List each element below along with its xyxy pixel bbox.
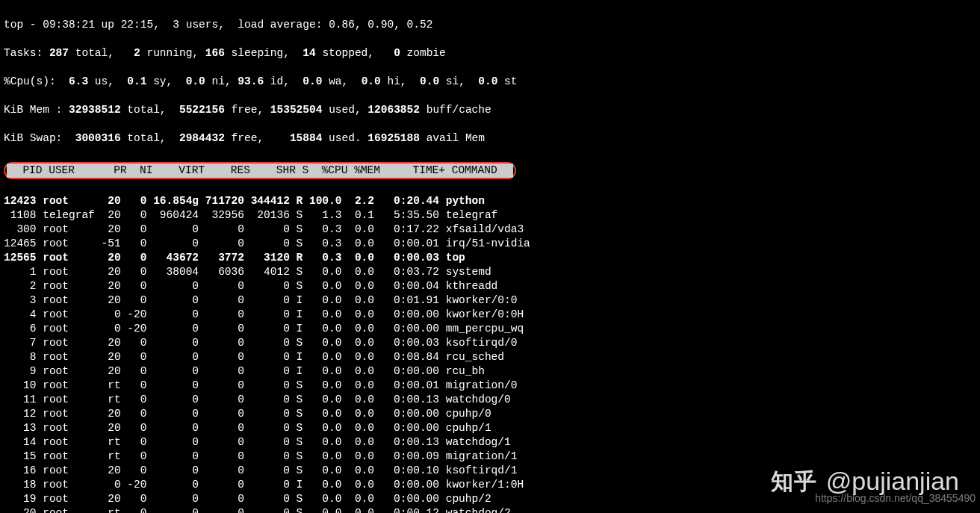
top-summary-mem: KiB Mem : 32938512 total, 5522156 free, … [4,103,976,117]
process-row: 20 root rt 0 0 0 0 S 0.0 0.0 0:00.12 wat… [4,506,976,513]
process-row: 12465 root -51 0 0 0 0 S 0.3 0.0 0:00.01… [4,237,976,251]
process-row: 3 root 20 0 0 0 0 I 0.0 0.0 0:01.91 kwor… [4,293,976,308]
csdn-watermark: https://blog.csdn.net/qq_38455490 [815,491,976,506]
process-row: 1108 telegraf 20 0 960424 32956 20136 S … [4,208,976,223]
process-row: 14 root rt 0 0 0 0 S 0.0 0.0 0:00.13 wat… [4,435,976,450]
process-row: 12423 root 20 0 16.854g 711720 344412 R … [4,194,976,208]
process-row: 8 root 20 0 0 0 0 I 0.0 0.0 0:08.84 rcu_… [4,350,976,364]
top-summary-tasks: Tasks: 287 total, 2 running, 166 sleepin… [4,46,976,60]
process-row: 15 root rt 0 0 0 0 S 0.0 0.0 0:00.09 mig… [4,450,976,464]
process-row: 1 root 20 0 38004 6036 4012 S 0.0 0.0 0:… [4,265,976,279]
process-row: 10 root rt 0 0 0 0 S 0.0 0.0 0:00.01 mig… [4,379,976,393]
process-row: 6 root 0 -20 0 0 0 I 0.0 0.0 0:00.00 mm_… [4,322,976,336]
column-headers: PID USER PR NI VIRT RES SHR S %CPU %MEM … [7,164,513,178]
process-list: 12423 root 20 0 16.854g 711720 344412 R … [4,194,976,513]
watermark-site-icon: 知乎 [771,474,817,488]
process-row: 12 root 20 0 0 0 0 S 0.0 0.0 0:00.00 cpu… [4,407,976,421]
process-row: 300 root 20 0 0 0 0 S 0.3 0.0 0:17.22 xf… [4,223,976,237]
process-row: 2 root 20 0 0 0 0 S 0.0 0.0 0:00.04 kthr… [4,279,976,293]
process-row: 9 root 20 0 0 0 0 I 0.0 0.0 0:00.00 rcu_… [4,364,976,379]
top-summary-line1: top - 09:38:21 up 22:15, 3 users, load a… [4,18,976,32]
process-row: 12565 root 20 0 43672 3772 3120 R 0.3 0.… [4,251,976,265]
watermark-handle: @pujianjian [826,474,959,488]
process-row: 11 root rt 0 0 0 0 S 0.0 0.0 0:00.13 wat… [4,393,976,407]
top-summary-cpu: %Cpu(s): 6.3 us, 0.1 sy, 0.0 ni, 93.6 id… [4,75,976,89]
process-row: 7 root 20 0 0 0 0 S 0.0 0.0 0:00.03 ksof… [4,336,976,350]
top-summary-swap: KiB Swap: 3000316 total, 2984432 free, 1… [4,131,976,146]
column-header-highlight: PID USER PR NI VIRT RES SHR S %CPU %MEM … [4,162,516,179]
terminal-output[interactable]: top - 09:38:21 up 22:15, 3 users, load a… [4,4,976,513]
watermark: 知乎 @pujianjian [771,474,959,488]
process-row: 4 root 0 -20 0 0 0 I 0.0 0.0 0:00.00 kwo… [4,308,976,322]
process-row: 13 root 20 0 0 0 0 S 0.0 0.0 0:00.00 cpu… [4,421,976,435]
